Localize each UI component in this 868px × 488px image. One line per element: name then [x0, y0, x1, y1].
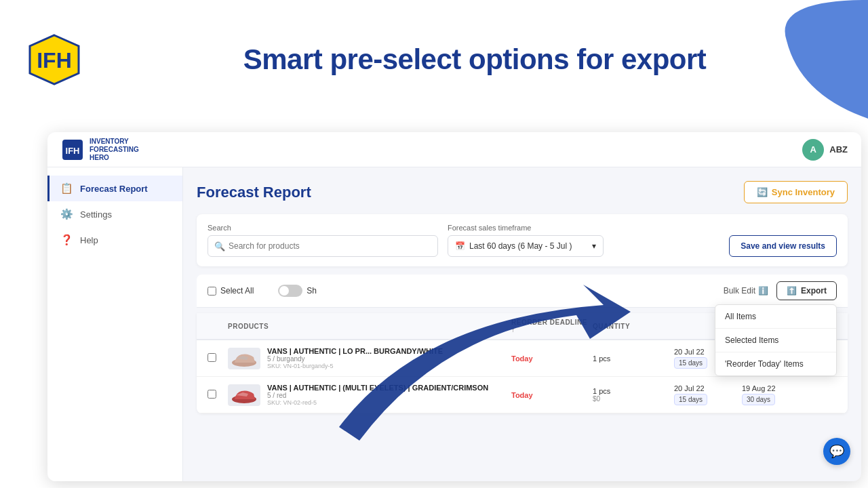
sidebar-item-help[interactable]: ❓ Help	[47, 227, 182, 253]
svg-text:IFH: IFH	[37, 48, 72, 73]
row1-quantity: 1 pcs	[593, 354, 674, 363]
col-header-reorder: REORDER DEADLINE ↑	[511, 319, 593, 333]
export-reorder-today-items[interactable]: 'Reorder Today' Items	[715, 352, 836, 375]
timeframe-group: Forecast sales timeframe 📅 Last 60 days …	[448, 224, 604, 257]
col-header-quantity: QUANTITY	[593, 319, 674, 333]
app-logo: IFH INVENTORY FORECASTING HERO	[61, 138, 139, 162]
select-all-checkbox-label[interactable]: Select All	[208, 286, 254, 296]
chat-icon: 💬	[829, 444, 844, 459]
row2-checkbox-input[interactable]	[208, 390, 216, 399]
row2-product-image	[228, 384, 260, 406]
sidebar-item-settings[interactable]: ⚙️ Settings	[47, 201, 182, 227]
row1-product-info: VANS | AUTHENTIC | LO PR... BURGANDY/WHI…	[267, 347, 443, 369]
content-area: Forecast Report 🔄 Sync Inventory Search …	[183, 167, 861, 481]
row2-product-sku: SKU: VN-02-red-5	[267, 399, 488, 406]
row2-days1: 15 days	[674, 394, 707, 405]
row2-product-variant: 5 / red	[267, 392, 488, 399]
row1-product-sku: SKU: VN-01-burgandy-5	[267, 363, 443, 369]
row2-quantity: 1 pcs $0	[593, 387, 674, 403]
export-all-items[interactable]: All Items	[715, 305, 836, 329]
col-header-checkbox	[208, 319, 228, 333]
info-icon: ℹ️	[758, 286, 768, 296]
row1-product-name: VANS | AUTHENTIC | LO PR... BURGANDY/WHI…	[267, 347, 443, 355]
report-icon: 📋	[60, 182, 73, 195]
hero-logo: IFH	[27, 33, 81, 87]
export-dropdown: All Items Selected Items 'Reorder Today'…	[715, 304, 837, 376]
row2-product-info: VANS | AUTHENTIC | (MULTI EYELETS) | GRA…	[267, 384, 488, 406]
user-name: ABZ	[829, 144, 848, 155]
row2-date1: 20 Jul 22 15 days	[674, 384, 742, 405]
row1-product-image	[228, 348, 260, 369]
table-row: VANS | AUTHENTIC | (MULTI EYELETS) | GRA…	[197, 377, 848, 413]
search-input-wrap: 🔍	[208, 235, 438, 257]
export-label: Export	[801, 286, 827, 296]
row2-days2: 30 days	[742, 394, 775, 405]
search-label: Search	[208, 224, 438, 232]
chat-button[interactable]: 💬	[823, 438, 850, 465]
settings-icon: ⚙️	[60, 208, 73, 220]
page-header: Forecast Report 🔄 Sync Inventory	[197, 181, 848, 203]
main-layout: 📋 Forecast Report ⚙️ Settings ❓ Help For…	[47, 167, 861, 481]
export-button[interactable]: ⬆️ Export	[776, 281, 837, 300]
hero-section: IFH Smart pre-select options for export	[0, 0, 868, 119]
app-window: IFH INVENTORY FORECASTING HERO A ABZ 📋 F…	[47, 132, 861, 481]
sidebar-item-label-help: Help	[80, 235, 98, 245]
search-icon: 🔍	[214, 241, 225, 251]
row1-product-variant: 5 / burgandy	[267, 355, 443, 363]
select-all-label: Select All	[220, 286, 254, 296]
chevron-down-icon: ▾	[592, 241, 596, 251]
filters-row: Search 🔍 Forecast sales timeframe 📅 Last…	[197, 214, 848, 266]
row2-reorder-deadline: Today	[511, 391, 593, 399]
row2-date2: 19 Aug 22 30 days	[742, 384, 837, 405]
sync-inventory-button[interactable]: 🔄 Sync Inventory	[744, 181, 848, 203]
app-logo-text: INVENTORY FORECASTING HERO	[90, 138, 139, 162]
row2-product-cell: VANS | AUTHENTIC | (MULTI EYELETS) | GRA…	[228, 384, 511, 406]
hero-curve-decoration	[732, 0, 868, 119]
search-input[interactable]	[208, 235, 438, 257]
row1-product-cell: VANS | AUTHENTIC | LO PR... BURGANDY/WHI…	[228, 347, 511, 369]
sidebar-item-forecast-report[interactable]: 📋 Forecast Report	[47, 176, 182, 201]
sidebar: 📋 Forecast Report ⚙️ Settings ❓ Help	[47, 167, 183, 481]
top-bar: IFH INVENTORY FORECASTING HERO A ABZ	[47, 132, 861, 167]
app-logo-icon: IFH	[61, 138, 84, 161]
row1-reorder-deadline: Today	[511, 354, 593, 363]
timeframe-select[interactable]: 📅 Last 60 days (6 May - 5 Jul ) ▾	[448, 235, 604, 257]
sidebar-item-label-forecast: Forecast Report	[80, 184, 148, 194]
export-button-wrap: ⬆️ Export All Items Selected Items 'Reor…	[776, 281, 837, 300]
help-icon: ❓	[60, 234, 73, 246]
user-badge: A ABZ	[802, 139, 848, 161]
toggle-switch[interactable]	[278, 285, 302, 297]
timeframe-value: Last 60 days (6 May - 5 Jul )	[469, 241, 572, 251]
sidebar-item-label-settings: Settings	[80, 209, 112, 220]
sync-icon: 🔄	[757, 187, 768, 197]
row2-product-name: VANS | AUTHENTIC | (MULTI EYELETS) | GRA…	[267, 384, 488, 392]
toggle-label: Sh	[307, 286, 317, 296]
col-header-products: PRODUCTS	[228, 319, 511, 333]
export-selected-items[interactable]: Selected Items	[715, 329, 836, 352]
row1-checkbox[interactable]	[208, 352, 228, 365]
shoe-icon	[229, 349, 259, 368]
bulk-edit-button[interactable]: Bulk Edit ℹ️	[724, 286, 768, 296]
save-view-results-button[interactable]: Save and view results	[729, 235, 837, 257]
user-avatar: A	[802, 139, 824, 161]
shoe-icon-red	[229, 386, 259, 405]
svg-text:IFH: IFH	[66, 146, 80, 156]
bulk-edit-label: Bulk Edit	[724, 286, 755, 296]
row1-checkbox-input[interactable]	[208, 353, 216, 362]
timeframe-label: Forecast sales timeframe	[448, 224, 604, 232]
toggle-wrap: Sh	[278, 285, 317, 297]
search-group: Search 🔍	[208, 224, 438, 257]
export-icon: ⬆️	[787, 286, 797, 296]
row1-days1: 15 days	[674, 357, 707, 369]
calendar-icon: 📅	[455, 241, 465, 251]
page-title: Forecast Report	[197, 184, 311, 201]
row2-checkbox[interactable]	[208, 389, 228, 401]
select-all-checkbox[interactable]	[208, 287, 216, 296]
table-controls: Select All Sh Bulk Edit ℹ️ ⬆️ Exp	[197, 274, 848, 308]
